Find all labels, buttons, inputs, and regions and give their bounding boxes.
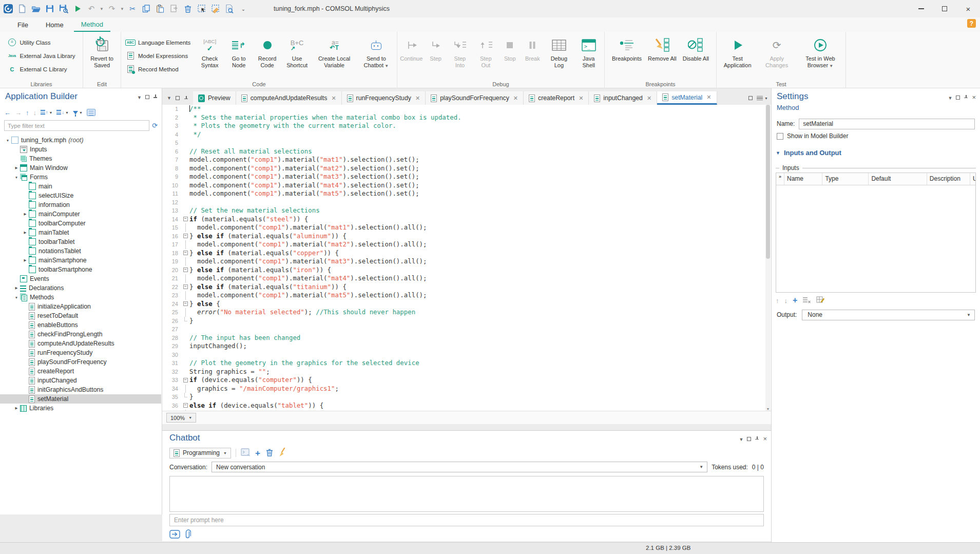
- code-line-26[interactable]: 26}: [162, 317, 771, 326]
- show-in-model-builder-checkbox[interactable]: [777, 133, 783, 140]
- minimize-button[interactable]: [909, 0, 933, 17]
- tabstrip-tab-list-icon[interactable]: ▼: [167, 95, 171, 101]
- paste-icon[interactable]: [154, 2, 166, 15]
- tree-item-forms[interactable]: ▼Forms: [0, 173, 161, 182]
- use-shortcut-button[interactable]: B+C↗Use Shortcut: [283, 33, 312, 68]
- code-line-16[interactable]: 16−} else if (material.equals("aluminum"…: [162, 232, 771, 241]
- undo-icon[interactable]: ↶: [85, 2, 98, 15]
- output-select[interactable]: None ▼: [802, 310, 975, 320]
- settings-collapse-icon[interactable]: ▼: [948, 94, 952, 101]
- expand-icon[interactable]: ▶: [13, 166, 20, 170]
- editor-tab-playsoundforfrequency[interactable]: playSoundForFrequency✕: [426, 91, 524, 105]
- tree-item-maintablet[interactable]: ▶mainTablet: [0, 228, 161, 237]
- tree-item-methods[interactable]: ▼Methods: [0, 293, 161, 302]
- tree-item-runfrequencystudy[interactable]: runFrequencyStudy: [0, 348, 161, 357]
- delete-conversation-icon[interactable]: [265, 448, 274, 459]
- breakpoints-button[interactable]: Breakpoints: [609, 33, 644, 62]
- code-line-22[interactable]: 22−} else if (material.equals("titanium"…: [162, 283, 771, 292]
- open-file-icon[interactable]: [30, 2, 42, 15]
- code-line-9[interactable]: 9model.component("comp1").material("mat3…: [162, 173, 771, 181]
- select-box-icon[interactable]: [196, 2, 208, 15]
- debug-log-button[interactable]: Debug Log: [544, 33, 573, 68]
- collapse-icon[interactable]: ▼: [4, 139, 11, 142]
- tabstrip-editor-menu-icon[interactable]: ▼: [757, 96, 768, 101]
- record-code-button[interactable]: Record Code: [253, 33, 281, 68]
- tree-item-selectuisize[interactable]: selectUISize: [0, 191, 161, 200]
- external-java-library-button[interactable]: JavaExternal Java Library: [4, 49, 78, 62]
- code-line-32[interactable]: 32String graphics = "";: [162, 368, 771, 376]
- code-line-15[interactable]: 15 model.component("comp1").material("ma…: [162, 223, 771, 232]
- settings-close-icon[interactable]: ×: [972, 93, 976, 101]
- tree-item-checkfindpronglength[interactable]: checkFindProngLength: [0, 330, 161, 339]
- ribbon-tab-method[interactable]: Method: [74, 17, 110, 32]
- app-builder-float-icon[interactable]: [145, 93, 149, 101]
- code-line-34[interactable]: 34 graphics = "/mainComputer/graphics1";: [162, 385, 771, 393]
- scrollbar-thumb[interactable]: [766, 105, 770, 259]
- clear-selection-icon[interactable]: [209, 2, 222, 15]
- tree-item-maincomputer[interactable]: ▶mainComputer: [0, 209, 161, 219]
- help-icon[interactable]: ?: [967, 19, 976, 28]
- tree-item-setmaterial[interactable]: setMaterial: [0, 394, 161, 404]
- tree-item-notationstablet[interactable]: notationsTablet: [0, 246, 161, 256]
- code-line-14[interactable]: 14−if (material.equals("steel")) {: [162, 215, 771, 224]
- clear-conversation-icon[interactable]: [279, 447, 286, 459]
- code-line-7[interactable]: 7model.component("comp1").material("mat1…: [162, 156, 771, 164]
- tree-item-main[interactable]: main: [0, 182, 161, 191]
- code-line-21[interactable]: 21 model.component("comp1").material("ma…: [162, 274, 771, 283]
- code-line-31[interactable]: 31// Plot the geometry in the graphics f…: [162, 359, 771, 368]
- code-line-6[interactable]: 6// Reset all material selections: [162, 147, 771, 156]
- chatbot-pin-icon[interactable]: [755, 435, 759, 443]
- tree-item-declarations[interactable]: ▶Declarations: [0, 283, 161, 293]
- editor-tab-computeandupdateresults[interactable]: computeAndUpdateResults✕: [236, 91, 342, 105]
- test-in-web-browser-button[interactable]: Test in Web Browser ▼: [797, 33, 844, 68]
- cut-icon[interactable]: ✂: [126, 2, 139, 15]
- language-elements-button[interactable]: ABCLanguage Elements: [123, 36, 194, 49]
- collapse-icon[interactable]: ▼: [13, 176, 20, 179]
- find-icon[interactable]: [223, 2, 236, 15]
- chatbot-prompt-input[interactable]: [169, 514, 764, 526]
- fold-collapse-icon[interactable]: −: [183, 403, 188, 408]
- fold-collapse-icon[interactable]: −: [183, 301, 188, 306]
- scrollbar-down-arrow[interactable]: ▼: [765, 407, 771, 411]
- copy-icon[interactable]: [140, 2, 152, 15]
- tree-item-resettodefault[interactable]: resetToDefault: [0, 311, 161, 320]
- code-line-4[interactable]: 4 */: [162, 130, 771, 139]
- check-syntax-button[interactable]: [ABC]✓Check Syntax: [195, 33, 225, 68]
- code-line-5[interactable]: 5: [162, 139, 771, 147]
- code-line-3[interactable]: 3 * Plots the geometry with the current …: [162, 122, 771, 130]
- close-tab-icon[interactable]: ✕: [415, 95, 420, 102]
- send-to-chatbot-button[interactable]: Send to Chatbot ▼: [357, 33, 395, 68]
- expand-icon[interactable]: ▶: [22, 231, 29, 235]
- ribbon-tab-home[interactable]: Home: [39, 17, 71, 32]
- code-line-27[interactable]: 27: [162, 325, 771, 334]
- refresh-icon[interactable]: ⟳: [152, 122, 158, 129]
- redo-icon[interactable]: ↷: [106, 2, 118, 15]
- editor-tab-preview[interactable]: Preview: [193, 91, 236, 105]
- maximize-button[interactable]: [933, 0, 956, 17]
- editor-zoom-control[interactable]: 100% ▼: [166, 413, 196, 423]
- code-line-25[interactable]: 25 error("No material selected"); //This…: [162, 308, 771, 317]
- app-builder-pin-icon[interactable]: [153, 93, 158, 101]
- editor-scrollbar[interactable]: ▼: [765, 105, 771, 411]
- tabstrip-pin-icon[interactable]: [184, 96, 188, 101]
- duplicate-icon[interactable]: [168, 2, 180, 15]
- code-line-1[interactable]: 1/**: [162, 105, 771, 113]
- fold-collapse-icon[interactable]: −: [183, 251, 188, 255]
- code-line-13[interactable]: 13// Set the new material selections: [162, 206, 771, 215]
- add-conversation-icon[interactable]: +: [255, 449, 260, 457]
- chatbot-close-icon[interactable]: ×: [763, 435, 767, 443]
- editor-tab-runfrequencystudy[interactable]: runFrequencyStudy✕: [342, 91, 426, 105]
- expand-menu-icon[interactable]: ↑▼: [41, 110, 52, 116]
- tabstrip-restore-icon[interactable]: [748, 96, 753, 100]
- code-line-19[interactable]: 19 model.component("comp1").material("ma…: [162, 257, 771, 266]
- code-editor[interactable]: 1/**2 * Sets the material properties whe…: [162, 105, 771, 411]
- revert-to-saved-button[interactable]: Revert to Saved: [85, 33, 119, 68]
- close-tab-icon[interactable]: ✕: [706, 94, 711, 101]
- code-line-8[interactable]: 8model.component("comp1").material("mat2…: [162, 164, 771, 173]
- expand-icon[interactable]: ▶: [13, 286, 20, 290]
- collapse-menu-icon[interactable]: ↓▼: [56, 110, 68, 116]
- code-line-11[interactable]: 11model.component("comp1").material("mat…: [162, 189, 771, 198]
- save-as-icon[interactable]: [57, 2, 70, 15]
- fold-collapse-icon[interactable]: −: [183, 234, 188, 238]
- attach-icon[interactable]: [184, 529, 191, 541]
